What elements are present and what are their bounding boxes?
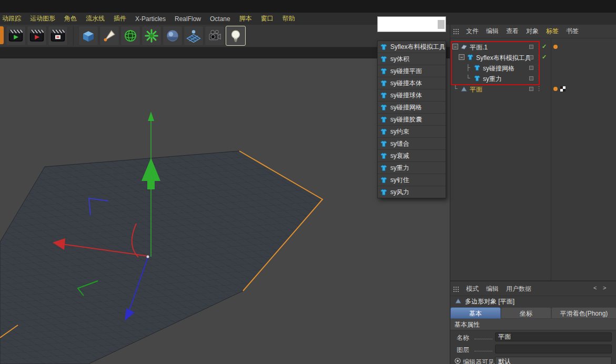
subdivision-surface-button[interactable]	[120, 26, 140, 46]
menu-realflow[interactable]: RealFlow	[175, 15, 201, 23]
texture-tag-icon[interactable]	[560, 86, 565, 92]
tree-row-collision-mesh[interactable]: ├ sy碰撞网格 ⋮	[450, 63, 616, 73]
dropdown-item[interactable]: sy约束	[378, 126, 446, 138]
tree-label[interactable]: 平面.1	[470, 43, 488, 52]
axis-y-arrowhead[interactable]	[148, 112, 154, 121]
visibility-toggle-icon[interactable]	[529, 87, 533, 91]
dropdown-item[interactable]: sy碰撞球体	[378, 89, 446, 102]
field-row-name: 名称	[450, 331, 616, 343]
floor-button[interactable]	[184, 26, 204, 46]
dropdown-item[interactable]: sy体积	[378, 53, 446, 65]
dropdown-item[interactable]: sy缝合	[378, 138, 446, 150]
am-menu-mode[interactable]: 模式	[466, 285, 479, 294]
camera-button[interactable]	[205, 26, 225, 46]
render-view-button[interactable]	[6, 26, 26, 46]
add-cube-button[interactable]	[78, 26, 98, 46]
dropdown-item-label: sy碰撞网格	[390, 103, 422, 112]
dropdown-item[interactable]: sy钉住	[378, 174, 446, 186]
om-menu-tags[interactable]: 标签	[546, 27, 559, 36]
visibility-toggle-icon[interactable]	[529, 45, 533, 49]
visibility-toggle-icon[interactable]	[529, 76, 533, 80]
search-scroll-thumb[interactable]	[438, 20, 445, 29]
tree-label[interactable]: Syflex布料模拟工具	[476, 54, 531, 63]
collapse-toggle[interactable]: −	[452, 44, 458, 49]
tab-phong[interactable]: 平滑着色(Phong)	[551, 307, 616, 319]
menu-octane[interactable]: Octane	[210, 15, 230, 23]
om-menu-bookmarks[interactable]: 书签	[566, 27, 579, 36]
dropdown-item[interactable]: sy碰撞胶囊	[378, 114, 446, 126]
enable-dots-icon[interactable]: ⋮	[536, 75, 542, 82]
name-input[interactable]	[495, 332, 612, 341]
editor-visibility-dropdown[interactable]: 默认	[495, 357, 612, 364]
polygon-object-icon	[455, 297, 462, 305]
menu-plugins[interactable]: 插件	[114, 14, 126, 23]
history-back-icon[interactable]: <	[593, 285, 597, 291]
partial-tool-icon[interactable]	[0, 26, 4, 44]
dropdown-item[interactable]: sy碰撞平面	[378, 65, 446, 77]
check-icon[interactable]: ✓	[542, 54, 547, 60]
dropdown-item[interactable]: sy碰撞网格	[378, 102, 446, 114]
editor-visibility-label: 编辑器可见	[463, 358, 494, 364]
dropdown-item-label: sy衰减	[390, 151, 409, 160]
tree-label[interactable]: sy碰撞网格	[483, 64, 514, 73]
plane-mesh[interactable]	[0, 151, 322, 364]
command-search-box[interactable]	[377, 16, 446, 32]
am-menu-user-data[interactable]: 用户数据	[506, 285, 531, 294]
am-menu-edit[interactable]: 编辑	[486, 285, 499, 294]
dropdown-item[interactable]: Syflex布料模拟工具	[378, 41, 446, 53]
tree-row-plane-1[interactable]: − 平面.1 ⋮ ✓	[450, 42, 616, 52]
tree-row-gravity[interactable]: └ sy重力 ⋮	[450, 73, 616, 84]
material-tag-icon[interactable]	[553, 87, 558, 91]
tree-row-syflex-tool[interactable]: − Syflex布料模拟工具 ⋮ ✓	[450, 52, 616, 63]
om-menu-file[interactable]: 文件	[466, 27, 479, 36]
menu-pipeline[interactable]: 流水线	[86, 14, 105, 23]
light-button[interactable]	[226, 26, 246, 46]
menu-motion-tracker[interactable]: 动跟踪	[2, 14, 21, 23]
history-forward-icon[interactable]: >	[603, 285, 606, 291]
enable-dots-icon[interactable]: ⋮	[536, 54, 542, 60]
gizmo-center[interactable]	[147, 256, 149, 258]
menu-xparticles[interactable]: X-Particles	[135, 15, 166, 23]
sphere-button[interactable]	[163, 26, 183, 46]
pen-tool-button[interactable]	[99, 26, 119, 46]
menu-window[interactable]: 窗口	[261, 14, 274, 23]
dropdown-item[interactable]: sy重力	[378, 162, 446, 174]
dropdown-item[interactable]: sy衰减	[378, 150, 446, 162]
om-menu-object[interactable]: 对象	[526, 27, 539, 36]
axis-y-handle-shaft[interactable]	[147, 181, 155, 189]
check-icon[interactable]: ✓	[542, 43, 547, 50]
om-menu-edit[interactable]: 编辑	[486, 27, 499, 36]
tree-label[interactable]: sy重力	[483, 75, 502, 84]
menu-script[interactable]: 脚本	[239, 14, 252, 23]
enable-dots-icon[interactable]: ⋮	[536, 64, 542, 71]
enable-dots-icon[interactable]: ⋮	[536, 43, 542, 50]
menu-character[interactable]: 角色	[64, 14, 77, 23]
dropdown-item-label: sy风力	[390, 188, 409, 197]
command-search-input[interactable]	[378, 21, 438, 28]
collapse-toggle[interactable]: −	[459, 54, 464, 60]
dropdown-item-label: sy碰撞胶囊	[390, 115, 422, 124]
dropdown-item-label: sy重力	[390, 164, 409, 173]
section-basic-properties[interactable]: 基本属性	[450, 319, 616, 330]
tree-row-plane[interactable]: └ 平面 ⋮	[450, 84, 616, 94]
menu-mograph[interactable]: 运动图形	[30, 14, 55, 23]
enable-dots-icon[interactable]: ⋮	[536, 85, 542, 92]
render-picture-viewer-button[interactable]	[27, 26, 47, 46]
material-tag-icon[interactable]	[553, 45, 558, 49]
tab-basic[interactable]: 基本	[450, 307, 501, 319]
visibility-toggle-icon[interactable]	[529, 66, 533, 70]
menu-help[interactable]: 帮助	[282, 14, 295, 23]
render-settings-button[interactable]	[48, 26, 68, 46]
dropdown-gap	[377, 32, 446, 41]
tab-coordinates[interactable]: 坐标	[501, 307, 551, 319]
tree-label[interactable]: 平面	[470, 85, 482, 94]
layer-label: 图层	[457, 346, 469, 355]
mograph-button[interactable]	[142, 26, 161, 46]
visibility-toggle-icon[interactable]	[529, 55, 533, 59]
pen-icon	[102, 28, 117, 44]
dropdown-item[interactable]: sy风力	[378, 186, 446, 198]
dropdown-item[interactable]: sy碰撞本体	[378, 77, 446, 89]
om-menu-view[interactable]: 查看	[506, 27, 519, 36]
shirt-icon	[473, 64, 481, 72]
layer-input[interactable]	[495, 345, 612, 353]
